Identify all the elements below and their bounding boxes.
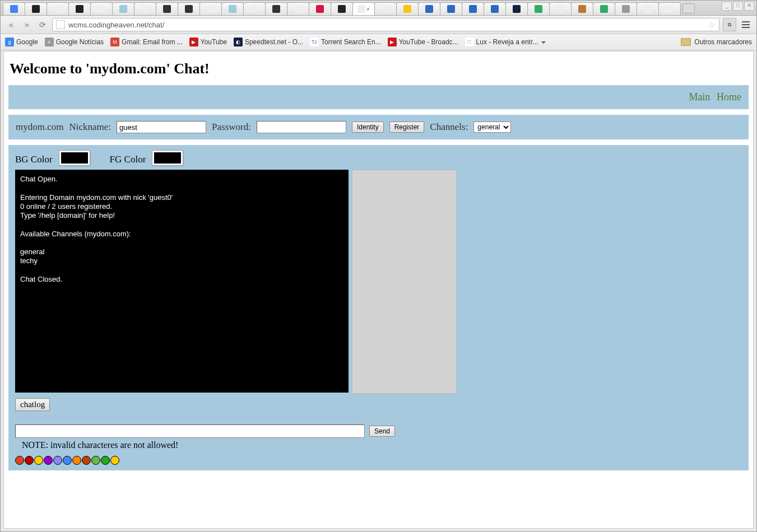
- nav-main-link[interactable]: Main: [689, 91, 710, 102]
- nickname-input[interactable]: [117, 121, 206, 133]
- nav-home-link[interactable]: Home: [717, 91, 741, 102]
- browser-tab[interactable]: [374, 2, 397, 15]
- emoticon-icon[interactable]: [101, 456, 110, 465]
- emoticon-row: [15, 456, 742, 465]
- browser-tab[interactable]: [549, 2, 572, 15]
- reload-button[interactable]: ⟳: [36, 18, 49, 31]
- browser-tab[interactable]: [90, 2, 113, 15]
- chatlog-button[interactable]: chatlog: [15, 398, 50, 411]
- browser-tab[interactable]: [593, 2, 615, 15]
- emoticon-icon[interactable]: [82, 456, 91, 465]
- browser-tab[interactable]: [178, 2, 200, 15]
- new-tab-button[interactable]: [682, 3, 695, 13]
- browser-tab[interactable]: [221, 2, 244, 15]
- browser-menu-button[interactable]: [740, 18, 752, 31]
- close-tab-icon[interactable]: ×: [366, 6, 370, 12]
- browser-tab[interactable]: [156, 2, 178, 15]
- favicon: [666, 5, 674, 13]
- folder-icon: [681, 38, 691, 46]
- close-window-button[interactable]: ✕: [744, 2, 754, 11]
- browser-tab[interactable]: [265, 2, 287, 15]
- emoticon-icon[interactable]: [63, 456, 72, 465]
- emoticon-icon[interactable]: [72, 456, 81, 465]
- bookmark-label: YouTube - Broadc...: [399, 38, 458, 46]
- back-button[interactable]: «: [5, 18, 17, 31]
- bookmark-item[interactable]: ▶YouTube: [189, 38, 227, 46]
- browser-tab[interactable]: [418, 2, 440, 15]
- bookmark-star-icon[interactable]: ☆: [708, 20, 716, 29]
- bookmarks-overflow[interactable]: Outros marcadores: [694, 38, 752, 46]
- emoticon-icon[interactable]: [34, 456, 43, 465]
- emoticon-icon[interactable]: [53, 456, 62, 465]
- favicon: [556, 5, 564, 13]
- emoticon-icon[interactable]: [15, 456, 24, 465]
- emoticon-icon[interactable]: [25, 456, 34, 465]
- browser-tab[interactable]: [396, 2, 419, 15]
- channels-select[interactable]: general: [473, 122, 511, 133]
- fg-color-picker[interactable]: [152, 151, 183, 165]
- user-list[interactable]: [352, 170, 457, 394]
- nickname-label: Nickname:: [69, 122, 111, 133]
- favicon: [491, 5, 499, 13]
- browser-tab[interactable]: [68, 2, 91, 15]
- browser-tab[interactable]: [527, 2, 550, 15]
- minimize-button[interactable]: _: [722, 2, 732, 11]
- favicon: [97, 5, 105, 13]
- browser-tab[interactable]: [331, 2, 353, 15]
- favicon: [600, 5, 608, 13]
- favicon: [357, 5, 365, 13]
- extension-icon[interactable]: ⧉: [723, 18, 736, 31]
- bookmark-item[interactable]: MGmail: Email from ...: [110, 38, 183, 46]
- favicon: [185, 5, 193, 13]
- bg-color-picker[interactable]: [59, 151, 90, 165]
- maximize-button[interactable]: □: [733, 2, 743, 11]
- browser-tab[interactable]: [637, 2, 659, 15]
- bookmark-label: Gmail: Email from ...: [122, 38, 183, 46]
- bookmark-item[interactable]: ◐Speedtest.net - O...: [234, 38, 303, 46]
- address-bar[interactable]: wcms.codingheaven.net/chat/ ☆: [52, 18, 719, 31]
- password-label: Password:: [212, 122, 251, 133]
- browser-tab[interactable]: [615, 2, 637, 15]
- browser-tab[interactable]: [287, 2, 309, 15]
- favicon: [382, 5, 389, 13]
- browser-tab[interactable]: [462, 2, 484, 15]
- browser-tab[interactable]: [134, 2, 156, 15]
- emoticon-icon[interactable]: [110, 456, 119, 465]
- favicon: [535, 5, 542, 13]
- browser-window: _ □ ✕ × « » ⟳ wcms.codingheaven.net/chat…: [0, 0, 757, 532]
- browser-tab[interactable]: [3, 2, 25, 15]
- emoticon-icon[interactable]: [44, 456, 53, 465]
- forward-button[interactable]: »: [21, 18, 33, 31]
- bookmark-item[interactable]: gGoogle: [5, 38, 38, 46]
- browser-tab[interactable]: [484, 2, 506, 15]
- bookmark-item[interactable]: □Lux - Reveja a entr...: [465, 38, 546, 46]
- bookmark-item[interactable]: ≡Google Notícias: [45, 38, 104, 46]
- bookmark-label: Lux - Reveja a entr...: [476, 38, 538, 46]
- bookmark-item[interactable]: ▶YouTube - Broadc...: [388, 38, 458, 46]
- browser-tab[interactable]: [47, 2, 69, 15]
- favicon: [403, 5, 411, 13]
- browser-tab[interactable]: [309, 2, 331, 15]
- browser-tab[interactable]: [658, 2, 681, 15]
- browser-tab[interactable]: [243, 2, 266, 15]
- message-input[interactable]: [15, 424, 365, 438]
- register-button[interactable]: Register: [389, 122, 425, 133]
- browser-tab[interactable]: [199, 2, 222, 15]
- identity-button[interactable]: Identity: [352, 122, 384, 133]
- password-input[interactable]: [257, 121, 346, 133]
- emoticon-icon[interactable]: [91, 456, 100, 465]
- browser-tab[interactable]: [112, 2, 134, 15]
- send-button[interactable]: Send: [369, 426, 395, 437]
- favicon: [338, 5, 346, 13]
- bookmark-item[interactable]: TzTorrent Search En...: [310, 38, 381, 46]
- browser-tab[interactable]: [440, 2, 462, 15]
- browser-tab[interactable]: [571, 2, 593, 15]
- browser-tab[interactable]: ×: [352, 2, 375, 15]
- browser-tab[interactable]: [25, 2, 47, 15]
- bookmark-icon: Tz: [310, 38, 319, 46]
- login-panel: mydom.com Nickname: Password: Identity R…: [8, 115, 749, 139]
- favicon: [425, 5, 433, 13]
- bookmark-label: Torrent Search En...: [321, 38, 381, 46]
- chat-output[interactable]: Chat Open. Entering Domain mydom.com wit…: [15, 170, 349, 393]
- browser-tab[interactable]: [505, 2, 528, 15]
